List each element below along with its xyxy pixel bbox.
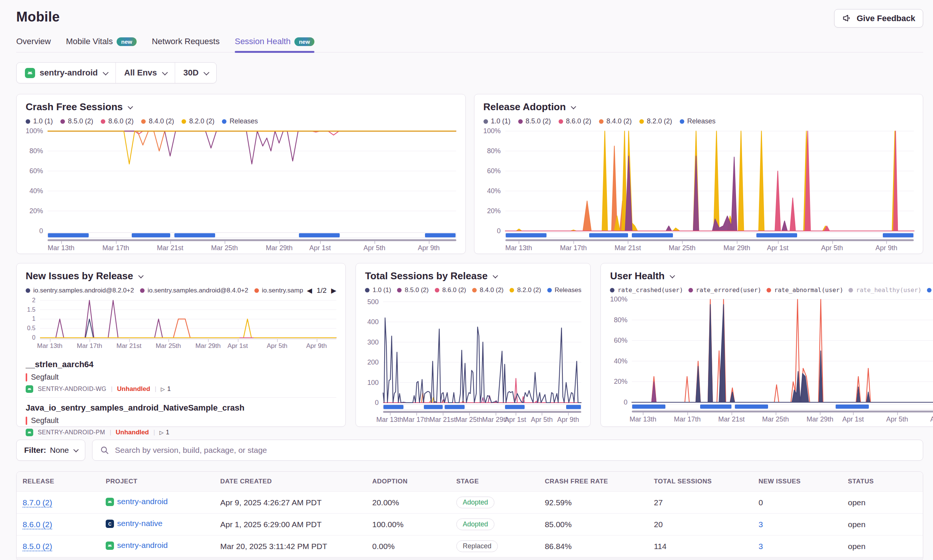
release-bar[interactable] [174, 233, 215, 237]
give-feedback-button[interactable]: Give Feedback [834, 9, 923, 28]
release-bar[interactable] [632, 233, 673, 237]
date-created: Apr 9, 2025 4:26:27 AM PDT [220, 498, 373, 507]
axis-scrubber[interactable] [48, 239, 456, 241]
chart-plot[interactable] [40, 298, 336, 338]
release-bar[interactable] [883, 233, 913, 237]
issue-list-item[interactable]: __strlen_aarch64SegfaultSENTRY-ANDROID-W… [26, 354, 336, 397]
total_sessions-chart-svg [383, 298, 581, 403]
x-axis-labels: Mar 13thMar 17thMar 21stMar 25thMar 29th… [48, 244, 456, 255]
issue-type: Segfault [26, 416, 336, 425]
project-selector[interactable]: sentry-android [17, 63, 115, 83]
release-track[interactable] [383, 404, 581, 410]
issue-title[interactable]: Java_io_sentry_samples_android_NativeSam… [26, 403, 336, 413]
tab-session-health[interactable]: Session Health new [235, 37, 314, 52]
release-adoption-title[interactable]: Release Adoption [483, 101, 914, 113]
next-page-icon[interactable]: ▶ [331, 286, 336, 295]
legend-item[interactable]: 8.5.0 (2) [60, 117, 93, 125]
page-indicator: 1/2 [317, 286, 326, 295]
tab-mobile-vitals[interactable]: Mobile Vitals new [66, 37, 137, 52]
legend-item[interactable]: Releases [680, 117, 716, 125]
tab-network-requests[interactable]: Network Requests [152, 37, 220, 52]
release-bar[interactable] [632, 405, 665, 409]
release-bar[interactable] [836, 405, 869, 409]
legend-item[interactable]: 1.0 (1) [365, 286, 391, 294]
date-range-selector[interactable]: 30D [175, 63, 216, 83]
release-bar[interactable] [700, 405, 731, 409]
search-input[interactable] [92, 440, 923, 461]
legend-item[interactable]: 8.4.0 (2) [599, 117, 632, 125]
release-bar[interactable] [735, 405, 768, 409]
release-link[interactable]: 8.7.0 (2) [23, 498, 52, 507]
total-sessions-title[interactable]: Total Sessions by Release [365, 270, 581, 282]
legend-item[interactable]: Releases [547, 286, 582, 294]
table-row-partial [17, 557, 923, 560]
user-health-title[interactable]: User Health [610, 270, 933, 282]
legend-item[interactable]: rate_healthy(user) [848, 286, 921, 294]
legend-item[interactable]: 8.6.0 (2) [101, 117, 134, 125]
new-issues-link[interactable]: 3 [759, 542, 763, 551]
legend-item[interactable]: 8.5.0 (2) [518, 117, 551, 125]
release-bar[interactable] [425, 233, 456, 237]
release-bar[interactable] [566, 405, 581, 409]
crash-free-sessions-title[interactable]: Crash Free Sessions [26, 101, 456, 113]
new-issues-link[interactable]: 3 [759, 520, 763, 529]
legend-item[interactable]: 1.0 (1) [26, 117, 53, 125]
chart-plot[interactable] [505, 129, 914, 231]
release-bar[interactable] [756, 233, 797, 237]
release-bar[interactable] [589, 233, 628, 237]
release-bar[interactable] [506, 233, 547, 237]
legend-item[interactable]: Releases [927, 286, 933, 294]
release-link[interactable]: 8.6.0 (2) [23, 520, 52, 529]
legend-item[interactable]: 8.6.0 (2) [559, 117, 591, 125]
release-bar[interactable] [445, 405, 464, 409]
release-link[interactable]: 8.5.0 (2) [23, 542, 52, 551]
legend-item[interactable]: 8.5.0 (2) [397, 286, 428, 294]
project-link[interactable]: sentry-native [117, 519, 162, 528]
release-bar[interactable] [424, 405, 443, 409]
legend-item[interactable]: 1.0 (1) [483, 117, 511, 125]
chart-plot[interactable] [383, 298, 581, 403]
legend-item[interactable]: io.sentry.samples.android@8.4.0+2 [140, 287, 248, 294]
legend-item[interactable]: io.sentry.samp [254, 287, 303, 294]
issue-title[interactable]: __strlen_aarch64 [26, 360, 336, 369]
project-link[interactable]: sentry-android [117, 497, 168, 506]
legend-item[interactable]: 8.4.0 (2) [141, 117, 174, 125]
new-issues-list: __strlen_aarch64SegfaultSENTRY-ANDROID-W… [26, 354, 336, 441]
issue-list-item[interactable]: Java_io_sentry_samples_android_NativeSam… [26, 397, 336, 441]
axis-scrubber[interactable] [632, 411, 933, 412]
stage-badge: Replaced [456, 540, 498, 552]
crash-free-sessions-card: Crash Free Sessions 1.0 (1)8.5.0 (2)8.6.… [16, 94, 466, 254]
axis-scrubber[interactable] [383, 411, 581, 413]
release-track[interactable] [632, 404, 933, 409]
legend-item[interactable]: 8.2.0 (2) [639, 117, 672, 125]
legend-item[interactable]: rate_errored(user) [688, 286, 761, 294]
legend-item[interactable]: 8.2.0 (2) [182, 117, 214, 125]
project-link[interactable]: sentry-android [117, 541, 168, 550]
release-bar[interactable] [132, 233, 171, 237]
prev-page-icon[interactable]: ◀ [307, 286, 312, 295]
legend-item[interactable]: 8.2.0 (2) [510, 286, 541, 294]
legend-item[interactable]: rate_abnormal(user) [767, 286, 843, 294]
legend-item[interactable]: 8.6.0 (2) [435, 286, 466, 294]
legend-item[interactable]: Releases [222, 117, 258, 125]
legend-dot [140, 288, 145, 293]
stage-filter-button[interactable]: Filter: None [16, 440, 85, 461]
release-track[interactable] [505, 232, 914, 238]
new-issues-title[interactable]: New Issues by Release [26, 270, 336, 282]
release-bar[interactable] [505, 405, 525, 409]
legend-item[interactable]: io.sentry.samples.android@8.2.0+2 [26, 287, 134, 294]
release-bar[interactable] [299, 233, 340, 237]
release-bar[interactable] [48, 233, 89, 237]
adoption-value: 0.00% [372, 542, 456, 551]
tab-overview[interactable]: Overview [16, 37, 51, 52]
column-header: PROJECT [106, 478, 220, 485]
legend-item[interactable]: 8.4.0 (2) [472, 286, 503, 294]
chart-plot[interactable] [632, 297, 933, 402]
release-bar[interactable] [383, 405, 403, 409]
release-track[interactable] [48, 232, 456, 238]
environment-selector[interactable]: All Envs [115, 63, 175, 83]
chart-body: 0100200300400500 Mar 13thMar 17thMar 21s… [365, 298, 581, 427]
chart-plot[interactable] [48, 129, 456, 231]
axis-scrubber[interactable] [505, 239, 914, 241]
legend-item[interactable]: rate_crashed(user) [610, 286, 683, 294]
